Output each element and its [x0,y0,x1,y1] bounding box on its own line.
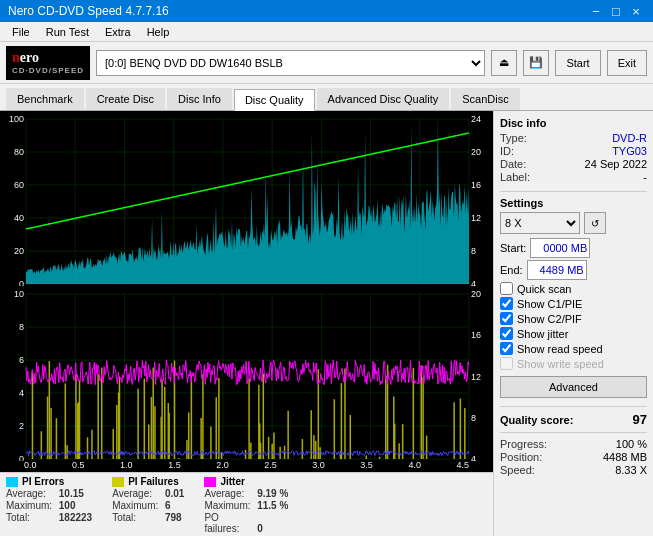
pi-failures-maximum: 6 [165,500,171,511]
tab-bar: Benchmark Create Disc Disc Info Disc Qua… [0,84,653,111]
show-c2-pif-label[interactable]: Show C2/PIF [517,313,582,325]
jitter-label: Jitter [220,476,244,487]
tab-disc-quality[interactable]: Disc Quality [234,89,315,111]
bottom-chart-container [0,286,493,461]
stats-bar: PI Errors Average: 10.15 Maximum: 100 To… [0,472,493,536]
speed-label: Speed: [500,464,535,476]
settings-section: Settings 8 X4 X6 X12 XMax ↺ Start: End: … [500,197,647,398]
disc-label-label: Label: [500,171,530,183]
speed-selector[interactable]: 8 X4 X6 X12 XMax [500,212,580,234]
id-label: ID: [500,145,514,157]
progress-label: Progress: [500,438,547,450]
progress-value: 100 % [616,438,647,450]
tab-disc-info[interactable]: Disc Info [167,88,232,110]
position-value: 4488 MB [603,451,647,463]
progress-section: Progress: 100 % Position: 4488 MB Speed:… [500,438,647,476]
toolbar: nero CD·DVD/SPEED [0:0] BENQ DVD DD DW16… [0,42,653,84]
logo-nero-text: nero [12,50,84,66]
refresh-button[interactable]: ↺ [584,212,606,234]
divider-3 [500,432,647,433]
jitter-group: Jitter Average: 9.19 % Maximum: 11.5 % P… [204,476,288,534]
pi-failures-average: 0.01 [165,488,184,499]
tab-advanced-disc-quality[interactable]: Advanced Disc Quality [317,88,450,110]
title-bar-controls: − □ × [587,2,645,20]
date-label: Date: [500,158,526,170]
show-c1-pie-checkbox[interactable] [500,297,513,310]
logo-sub-text: CD·DVD/SPEED [12,66,84,75]
pi-errors-group: PI Errors Average: 10.15 Maximum: 100 To… [6,476,92,534]
disc-info-section: Disc info Type: DVD-R ID: TYG03 Date: 24… [500,117,647,183]
menu-file[interactable]: File [4,24,38,40]
start-button[interactable]: Start [555,50,600,76]
pi-failures-group: PI Failures Average: 0.01 Maximum: 6 Tot… [112,476,184,534]
show-c2-pif-checkbox[interactable] [500,312,513,325]
id-value: TYG03 [612,145,647,157]
show-read-speed-checkbox[interactable] [500,342,513,355]
right-panel: Disc info Type: DVD-R ID: TYG03 Date: 24… [493,111,653,536]
quality-score-row: Quality score: 97 [500,412,647,427]
show-c1-pie-label[interactable]: Show C1/PIE [517,298,582,310]
show-read-speed-label[interactable]: Show read speed [517,343,603,355]
pi-failures-label: PI Failures [128,476,179,487]
disc-info-title: Disc info [500,117,647,129]
title-bar: Nero CD-DVD Speed 4.7.7.16 − □ × [0,0,653,22]
pi-errors-total: 182223 [59,512,92,523]
show-write-speed-label[interactable]: Show write speed [517,358,604,370]
quality-score-value: 97 [633,412,647,427]
jitter-average: 9.19 % [257,488,288,499]
pi-errors-average: 10.15 [59,488,84,499]
po-failures: 0 [257,523,263,534]
drive-selector[interactable]: [0:0] BENQ DVD DD DW1640 BSLB [96,50,485,76]
eject-button[interactable]: ⏏ [491,50,517,76]
divider-1 [500,191,647,192]
speed-value: 8.33 X [615,464,647,476]
settings-title: Settings [500,197,647,209]
date-value: 24 Sep 2022 [585,158,647,170]
divider-2 [500,406,647,407]
nero-logo: nero CD·DVD/SPEED [6,46,90,80]
start-label: Start: [500,242,526,254]
pi-failures-total: 798 [165,512,182,523]
quality-score-label: Quality score: [500,414,573,426]
jitter-color [204,477,216,487]
start-input[interactable] [530,238,590,258]
type-label: Type: [500,132,527,144]
pi-failures-color [112,477,124,487]
quick-scan-checkbox[interactable] [500,282,513,295]
minimize-button[interactable]: − [587,2,605,20]
menu-help[interactable]: Help [139,24,178,40]
save-button[interactable]: 💾 [523,50,549,76]
advanced-button[interactable]: Advanced [500,376,647,398]
type-value: DVD-R [612,132,647,144]
end-input[interactable] [527,260,587,280]
jitter-maximum: 11.5 % [257,500,288,511]
tab-benchmark[interactable]: Benchmark [6,88,84,110]
title-bar-title: Nero CD-DVD Speed 4.7.7.16 [8,4,169,18]
show-jitter-checkbox[interactable] [500,327,513,340]
tab-scan-disc[interactable]: ScanDisc [451,88,519,110]
disc-label-value: - [643,171,647,183]
show-jitter-label[interactable]: Show jitter [517,328,568,340]
chart-panel: 0.0 0.5 1.0 1.5 2.0 2.5 3.0 3.5 4.0 4.5 … [0,111,493,536]
top-chart-container [0,111,493,286]
x-axis-labels: 0.0 0.5 1.0 1.5 2.0 2.5 3.0 3.5 4.0 4.5 [0,460,493,472]
app-title: Nero CD-DVD Speed 4.7.7.16 [8,4,169,18]
menu-bar: File Run Test Extra Help [0,22,653,42]
quick-scan-label[interactable]: Quick scan [517,283,571,295]
main-content: 0.0 0.5 1.0 1.5 2.0 2.5 3.0 3.5 4.0 4.5 … [0,111,653,536]
menu-run-test[interactable]: Run Test [38,24,97,40]
exit-button[interactable]: Exit [607,50,647,76]
pi-errors-color [6,477,18,487]
pi-errors-maximum: 100 [59,500,76,511]
bottom-chart [0,286,493,461]
maximize-button[interactable]: □ [607,2,625,20]
menu-extra[interactable]: Extra [97,24,139,40]
top-chart [0,111,493,286]
show-write-speed-checkbox[interactable] [500,357,513,370]
position-label: Position: [500,451,542,463]
end-label: End: [500,264,523,276]
close-button[interactable]: × [627,2,645,20]
tab-create-disc[interactable]: Create Disc [86,88,165,110]
pi-errors-label: PI Errors [22,476,64,487]
